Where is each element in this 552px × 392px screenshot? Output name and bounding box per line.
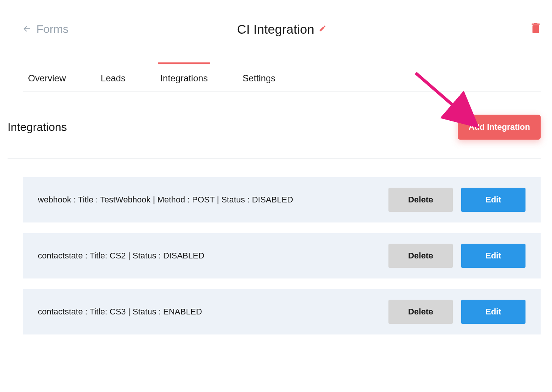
tab-leads[interactable]: Leads (98, 62, 128, 92)
delete-form-button[interactable] (531, 23, 541, 36)
delete-integration-button[interactable]: Delete (388, 300, 453, 324)
trash-icon (531, 29, 541, 35)
svg-rect-3 (534, 23, 538, 24)
arrow-left-icon (23, 23, 31, 36)
integration-row: contactstate : Title: CS2 | Status : DIS… (23, 233, 541, 278)
integrations-list: webhook : Title : TestWebhook | Method :… (23, 177, 541, 334)
edit-title-icon[interactable] (319, 25, 326, 34)
delete-integration-button[interactable]: Delete (388, 188, 453, 212)
svg-rect-1 (532, 25, 539, 33)
add-integration-button[interactable]: Add Integration (458, 115, 541, 140)
page-title: CI Integration (237, 22, 314, 37)
integration-description: contactstate : Title: CS2 | Status : DIS… (38, 250, 204, 261)
section-title: Integrations (8, 121, 67, 134)
edit-integration-button[interactable]: Edit (461, 300, 525, 324)
back-label: Forms (36, 23, 69, 36)
integration-description: webhook : Title : TestWebhook | Method :… (38, 194, 293, 205)
tab-integrations[interactable]: Integrations (158, 62, 210, 92)
integration-description: contactstate : Title: CS3 | Status : ENA… (38, 306, 202, 317)
edit-integration-button[interactable]: Edit (461, 188, 525, 212)
delete-integration-button[interactable]: Delete (388, 244, 453, 268)
tabs: Overview Leads Integrations Settings (23, 62, 541, 92)
integration-row: contactstate : Title: CS3 | Status : ENA… (23, 289, 541, 334)
edit-integration-button[interactable]: Edit (461, 244, 525, 268)
back-to-forms-link[interactable]: Forms (23, 23, 69, 36)
tab-overview[interactable]: Overview (26, 62, 68, 92)
tab-settings[interactable]: Settings (240, 62, 278, 92)
integration-row: webhook : Title : TestWebhook | Method :… (23, 177, 541, 222)
